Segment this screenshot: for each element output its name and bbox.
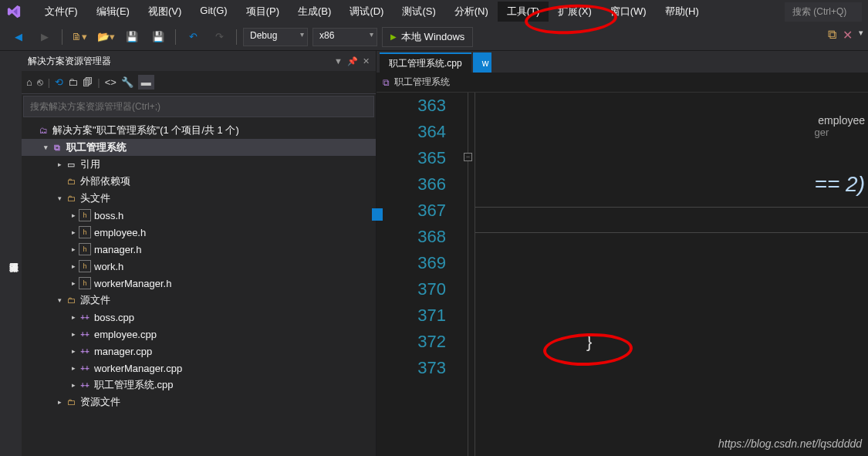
resources-folder-icon: 🗀 [65,396,77,408]
headers-folder[interactable]: ▾🗀头文件 [22,190,376,207]
tab-file-2[interactable]: w [473,52,491,73]
tree-label: 职工管理系统 [66,140,127,154]
code-line[interactable] [494,171,868,198]
menu-item-3[interactable]: Git(G) [191,2,236,22]
code-line[interactable]: } [494,329,868,355]
global-search-input[interactable]: 搜索 (Ctrl+Q) [785,2,862,22]
expand-icon[interactable]: ▾ [54,194,65,202]
editor-nav-bar[interactable]: ⧉ 职工管理系统 [377,73,868,93]
expand-icon[interactable]: ▸ [68,364,79,372]
menu-item-7[interactable]: 测试(S) [393,2,444,22]
nav-fwd-button[interactable]: ▶ [34,27,56,47]
toggle-icon[interactable]: ▬ [138,75,154,90]
menu-item-11[interactable]: 窗口(W) [601,2,656,22]
expand-icon[interactable]: ▸ [68,228,79,236]
code-line[interactable] [494,302,868,329]
fold-toggle-icon[interactable]: − [464,153,472,161]
expand-icon[interactable]: ▾ [40,144,51,151]
sync-icon[interactable]: ⟲ [55,76,63,88]
expand-icon[interactable]: ▸ [68,262,79,270]
menu-item-9[interactable]: 工具(T) [498,2,549,22]
project-node[interactable]: ▾⧉职工管理系统 [22,139,376,156]
new-project-button[interactable]: 🗎▾ [69,27,90,47]
code-line[interactable] [494,250,868,276]
ghost-text: employee [815,114,868,127]
header-file-icon: h [79,243,91,255]
expand-icon[interactable]: ▸ [68,381,79,389]
expand-icon[interactable]: ▸ [68,347,79,355]
play-icon: ▶ [390,32,397,41]
code-line[interactable] [494,93,868,119]
open-button[interactable]: 📂▾ [95,27,117,47]
expand-icon[interactable]: ▸ [68,245,79,253]
header-file[interactable]: ▸hmanager.h [22,241,376,258]
tree-label: 源文件 [80,293,110,307]
refresh-icon[interactable]: 🗐 [83,76,93,88]
header-file[interactable]: ▸hemployee.h [22,224,376,241]
expand-icon[interactable]: ▸ [68,211,79,219]
nav-back-button[interactable]: ◀ [8,27,29,47]
references-node-icon: ▭ [65,158,77,171]
panel-close-icon[interactable]: ✕ [363,56,370,66]
bookmark-icon[interactable] [372,208,383,221]
source-file[interactable]: ▸++workerManager.cpp [22,360,376,377]
solution-root[interactable]: 🗂解决方案"职工管理系统"(1 个项目/共 1 个) [22,122,376,139]
solution-search-input[interactable] [23,96,374,117]
redo-button[interactable]: ↷ [208,27,230,47]
references-node[interactable]: ▸▭引用 [22,156,376,173]
menu-item-12[interactable]: 帮助(H) [656,2,708,22]
expand-icon[interactable]: ▸ [54,398,65,406]
resources-folder[interactable]: ▸🗀资源文件 [22,394,376,410]
expand-icon[interactable]: ▸ [68,279,79,287]
header-file[interactable]: ▸hboss.h [22,207,376,224]
platform-combo[interactable]: x86 [312,28,377,46]
properties-icon[interactable]: 🔧 [121,76,133,88]
code-text[interactable]: } [475,93,868,456]
code-line[interactable] [494,119,868,145]
menu-bar: 文件(F)编辑(E)视图(V)Git(G)项目(P)生成(B)调试(D)测试(S… [0,0,868,23]
source-file-icon: ++ [79,362,91,374]
sources-folder[interactable]: ▾🗀源文件 [22,292,376,309]
panel-pin-icon[interactable]: 📌 [347,56,358,66]
code-area[interactable]: 363364365366367368369370371372373 − } [377,93,868,456]
panel-dropdown-icon[interactable]: ▼ [334,56,343,66]
dropdown-icon[interactable]: ▾ [859,28,863,42]
code-line[interactable] [494,145,868,171]
menu-item-2[interactable]: 视图(V) [139,2,191,22]
tab-file-1[interactable]: 职工管理系统.cpp [380,52,471,73]
menu-item-1[interactable]: 编辑(E) [87,2,139,22]
tree-label: employee.h [94,227,146,238]
project-icon: ⧉ [383,77,390,88]
server-explorer-tab[interactable]: 服务器资源管理器 [5,251,22,260]
start-debug-button[interactable]: ▶ 本地 Windows [382,27,473,47]
code-line[interactable] [494,355,868,381]
close-panel-icon[interactable]: ✕ [843,28,853,42]
expand-icon[interactable]: ▸ [68,330,79,338]
live-share-icon[interactable]: ⧉ [828,28,836,42]
undo-button[interactable]: ↶ [182,27,204,47]
expand-icon[interactable]: ▾ [54,296,65,304]
source-file[interactable]: ▸++manager.cpp [22,343,376,360]
menu-item-0[interactable]: 文件(F) [35,2,87,22]
menu-item-4[interactable]: 项目(P) [237,2,289,22]
home-icon[interactable]: ⌂ [26,76,32,88]
menu-item-5[interactable]: 生成(B) [289,2,340,22]
source-file[interactable]: ▸++boss.cpp [22,309,376,326]
source-file[interactable]: ▸++employee.cpp [22,326,376,343]
external-deps-node[interactable]: 🗀外部依赖项 [22,173,376,190]
code-line[interactable] [494,276,868,302]
code-view-icon[interactable]: <> [105,76,117,88]
menu-item-6[interactable]: 调试(D) [340,2,393,22]
config-combo[interactable]: Debug [243,28,308,46]
source-file[interactable]: ▸++职工管理系统.cpp [22,377,376,394]
view-icon[interactable]: ⎋ [37,76,43,88]
save-all-button[interactable]: 💾 [147,27,169,47]
header-file[interactable]: ▸hworkerManager.h [22,275,376,292]
header-file[interactable]: ▸hwork.h [22,258,376,275]
show-all-icon[interactable]: 🗀 [68,76,78,88]
expand-icon[interactable]: ▸ [68,313,79,321]
expand-icon[interactable]: ▸ [54,160,65,168]
save-button[interactable]: 💾 [121,27,143,47]
menu-item-10[interactable]: 扩展(X) [549,2,600,22]
menu-item-8[interactable]: 分析(N) [445,2,498,22]
